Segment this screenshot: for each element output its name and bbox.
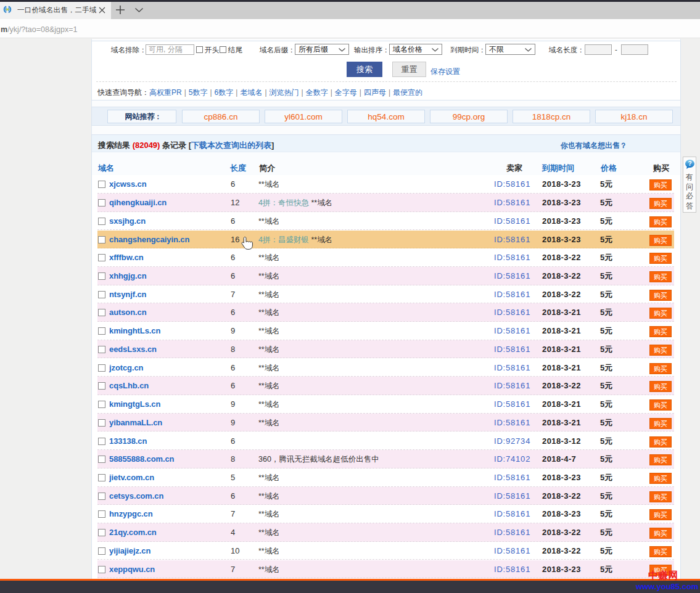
svg-text:?: ? <box>688 160 691 167</box>
